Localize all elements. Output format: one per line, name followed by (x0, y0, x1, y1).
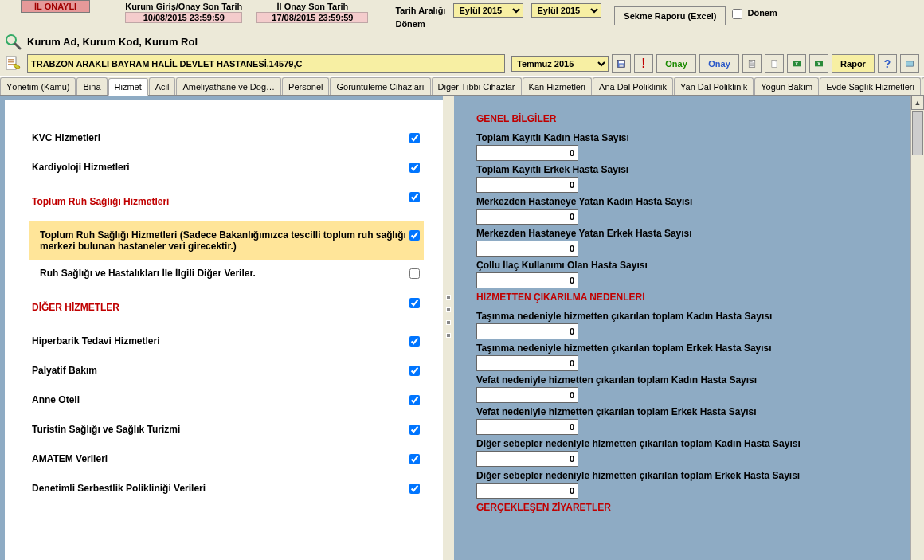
document-icon (3, 54, 22, 73)
right-section-header: GERÇEKLEŞEN ZİYARETLER (476, 502, 914, 513)
kurum-value-box[interactable]: TRABZON ARAKLI BAYRAM HALİL DEVLET HASTA… (27, 54, 505, 73)
service-checkbox[interactable] (409, 395, 420, 405)
service-row[interactable]: Toplum Ruh Sağlığı Hizmetleri (Sadece Ba… (29, 221, 424, 260)
tab-5[interactable]: Personel (282, 77, 329, 95)
field-label: Merkezden Hastaneye Yatan Erkek Hasta Sa… (476, 228, 914, 239)
service-row[interactable]: AMATEM Verileri (29, 445, 424, 475)
service-label: AMATEM Verileri (32, 453, 406, 464)
field-label: Taşınma nedeniyle hizmetten çıkarılan to… (476, 343, 914, 354)
tab-7[interactable]: Diğer Tıbbi Cihazlar (432, 77, 522, 95)
tab-9[interactable]: Ana Dal Poliklinik (593, 77, 673, 95)
field-label: Taşınma nedeniyle hizmetten çıkarılan to… (476, 311, 914, 322)
right-pane: GENEL BİLGİLERToplam Kayıtlı Kadın Hasta… (454, 96, 924, 560)
tab-2[interactable]: Hizmet (108, 78, 148, 96)
scroll-up-arrow[interactable]: ▲ (911, 96, 924, 110)
service-checkbox[interactable] (409, 336, 420, 347)
field-input[interactable] (476, 272, 578, 288)
section-checkbox[interactable] (409, 298, 420, 308)
field-input[interactable] (476, 419, 578, 435)
splitter[interactable] (443, 96, 454, 560)
field-input[interactable] (476, 355, 578, 371)
tab-10[interactable]: Yan Dal Poliklinik (674, 77, 754, 95)
excel-export-2-button[interactable]: X (809, 54, 828, 73)
tab-8[interactable]: Kan Hizmetleri (523, 77, 593, 95)
service-label: KVC Hizmetleri (32, 132, 406, 143)
donem-checkbox-text: Dönem (747, 8, 777, 18)
svg-rect-11 (750, 63, 754, 64)
giris-onay-value: 10/08/2015 23:59:59 (125, 12, 242, 23)
tab-11[interactable]: Yoğun Bakım (754, 77, 819, 95)
service-checkbox[interactable] (409, 366, 420, 376)
tab-0[interactable]: Yönetim (Kamu) (0, 77, 76, 95)
range-label-1: Tarih Aralığı (392, 3, 448, 18)
range-from-select[interactable]: Eylül 2015 (453, 3, 523, 18)
service-row[interactable]: Turistin Sağlığı ve Sağlık Turizmi (29, 416, 424, 445)
tab-6[interactable]: Görüntüleme Cihazları (330, 77, 430, 95)
field-input[interactable] (476, 177, 578, 193)
onay-green-button[interactable]: Onay (656, 54, 696, 73)
service-row[interactable]: Denetimli Serbestlik Polikliniği Veriler… (29, 475, 424, 504)
rapor-button[interactable]: Rapor (832, 54, 875, 73)
donem-checkbox[interactable] (732, 9, 742, 19)
field-input[interactable] (476, 241, 578, 257)
alert-button[interactable]: ! (634, 54, 653, 73)
field-input[interactable] (476, 483, 578, 499)
donem-checkbox-label[interactable]: Dönem (729, 6, 777, 25)
service-row[interactable]: Palyatif Bakım (29, 357, 424, 386)
service-checkbox[interactable] (409, 163, 420, 173)
status-badge: İL ONAYLI (21, 0, 90, 13)
service-checkbox[interactable] (409, 425, 420, 435)
period-select[interactable]: Temmuz 2015 (511, 56, 609, 72)
section-row[interactable]: Toplum Ruh Sağlığı Hizmetleri (29, 183, 424, 221)
help-button[interactable]: ? (878, 54, 897, 73)
form-field: Taşınma nedeniyle hizmetten çıkarılan to… (476, 343, 914, 371)
form-field: Merkezden Hastaneye Yatan Kadın Hasta Sa… (476, 196, 914, 225)
service-label: Hiperbarik Tedavi Hizmetleri (32, 335, 406, 347)
giris-onay-label: Kurum Giriş/Onay Son Tarih (125, 2, 242, 11)
service-checkbox[interactable] (409, 268, 420, 279)
field-input[interactable] (476, 209, 578, 225)
service-checkbox[interactable] (409, 484, 420, 494)
form-icon-button[interactable] (742, 54, 762, 73)
tab-1[interactable]: Bina (76, 77, 107, 95)
sekme-raporu-button[interactable]: Sekme Raporu (Excel) (614, 6, 726, 25)
extra-icon-button[interactable] (900, 54, 919, 73)
field-input[interactable] (476, 145, 578, 161)
tab-12[interactable]: Evde Sağlık Hizmetleri (820, 77, 921, 95)
excel-export-1-button[interactable]: X (787, 54, 806, 73)
svg-rect-13 (750, 66, 754, 67)
service-row[interactable]: KVC Hizmetleri (29, 124, 424, 154)
form-field: Toplam Kayıtlı Erkek Hasta Sayısı (476, 164, 914, 193)
tab-4[interactable]: Ameliyathane ve Doğ… (176, 77, 281, 95)
service-label: Denetimli Serbestlik Polikliniği Veriler… (32, 483, 406, 494)
field-input[interactable] (476, 451, 578, 467)
svg-text:X: X (817, 61, 820, 66)
form-field: Vefat nedeniyle hizmetten çıkarılan topl… (476, 406, 914, 435)
service-checkbox[interactable] (409, 133, 420, 143)
service-row[interactable]: Hiperbarik Tedavi Hizmetleri (29, 327, 424, 357)
onay-blue-button[interactable]: Onay (699, 54, 739, 73)
svg-text:X: X (795, 61, 798, 66)
service-checkbox[interactable] (409, 230, 420, 241)
section-row[interactable]: DİĞER HİZMETLER (29, 289, 424, 327)
search-icon[interactable] (3, 32, 22, 51)
service-row[interactable]: Ruh Sağlığı ve Hastalıkları İle İlgili D… (29, 260, 424, 289)
svg-rect-20 (906, 61, 914, 66)
service-label: Toplum Ruh Sağlığı Hizmetleri (Sadece Ba… (32, 229, 406, 252)
form-field: Çollu İlaç Kullanımı Olan Hasta Sayısı (476, 260, 914, 288)
tab-3[interactable]: Acil (149, 77, 176, 95)
field-input[interactable] (476, 387, 578, 403)
range-label-2: Dönem (392, 19, 448, 29)
save-button[interactable] (612, 54, 631, 73)
new-doc-button[interactable] (765, 54, 784, 73)
scroll-thumb[interactable] (912, 111, 923, 155)
range-to-select[interactable]: Eylül 2015 (531, 3, 601, 18)
service-row[interactable]: Kardiyoloji Hizmetleri (29, 154, 424, 183)
section-checkbox[interactable] (409, 192, 420, 202)
svg-rect-8 (620, 65, 624, 67)
service-row[interactable]: Anne Oteli (29, 386, 424, 416)
right-scrollbar[interactable]: ▲ ▼ (910, 96, 924, 560)
field-input[interactable] (476, 323, 578, 339)
service-checkbox[interactable] (409, 454, 420, 464)
il-onay-label: İl Onay Son Tarih (256, 2, 368, 11)
